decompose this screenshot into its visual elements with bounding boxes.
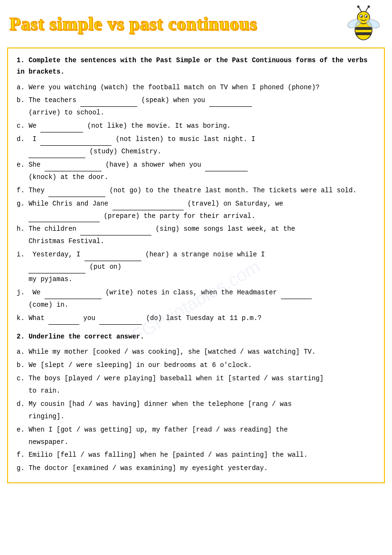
sentence2-c: c. The boys [played / were playing] base… — [17, 373, 375, 397]
blank-i2[interactable] — [28, 266, 85, 273]
sentence-e: e. She (have) a shower when you (knock) … — [17, 159, 375, 184]
blank-i1[interactable] — [84, 254, 141, 261]
blank-h1[interactable] — [80, 228, 151, 235]
title-area: Past simple vs past continuous — [5, 5, 387, 43]
sentence2-d: d. My cousin [had / was having] dinner w… — [17, 398, 375, 423]
main-content-box: 1. Complete the sentences with the Past … — [7, 47, 385, 483]
sentence2-g: g. The doctor [examined / was examining]… — [17, 462, 375, 475]
sentence2-f: f. Emilio [fell / was falling] when he [… — [17, 449, 375, 461]
sentence-i: i. Yesterday, I (hear) a strange noise w… — [17, 249, 375, 286]
sentence-d: d. I (not listen) to music last night. I… — [17, 133, 375, 158]
blank-k2[interactable] — [99, 317, 142, 325]
sentence2-a: a. While my mother [cooked / was cooking… — [17, 346, 375, 358]
svg-point-11 — [368, 6, 370, 8]
sentence-b: b. The teachers (speak) when you (arrive… — [17, 94, 375, 119]
svg-rect-1 — [355, 27, 372, 30]
blank-d1[interactable] — [40, 138, 112, 146]
sentence-k: k. What you (do) last Tuesday at 11 p.m.… — [17, 312, 375, 325]
section2-exercises: a. While my mother [cooked / was cooking… — [17, 346, 375, 475]
blank-c1[interactable] — [40, 125, 83, 132]
svg-point-7 — [366, 16, 367, 18]
svg-rect-2 — [355, 32, 372, 35]
section1-title: 1. Complete the sentences with the Past … — [17, 55, 375, 78]
sentence2-e: e. When I [got / was getting] up, my fat… — [17, 424, 375, 449]
svg-line-8 — [359, 7, 362, 12]
blank-j2[interactable] — [281, 292, 312, 299]
page-title: Past simple vs past continuous — [9, 13, 257, 34]
sentence-j: j. We (write) notes in class, when the H… — [17, 287, 375, 311]
svg-point-6 — [361, 16, 363, 18]
svg-point-9 — [357, 6, 360, 8]
sentence-f: f. They (not go) to the theatre last mon… — [17, 185, 375, 197]
sentence-g: g. While Chris and Jane (travel) on Satu… — [17, 198, 375, 223]
sentence-h: h. The children (sing) some songs last w… — [17, 223, 375, 248]
sentence-a: a. Were you watching (watch) the footbal… — [17, 82, 375, 94]
blank-f1[interactable] — [48, 189, 105, 197]
blank-b2[interactable] — [209, 99, 252, 107]
blank-b1[interactable] — [80, 99, 137, 107]
blank-e1[interactable] — [45, 164, 102, 171]
sentence-c: c. We (not like) the movie. It was borin… — [17, 120, 375, 132]
blank-g1[interactable] — [112, 203, 184, 210]
svg-line-10 — [365, 7, 368, 12]
section1-exercises: a. Were you watching (watch) the footbal… — [17, 82, 375, 325]
sentence2-b: b. We [slept / were sleeping] in our bed… — [17, 359, 375, 372]
blank-e2[interactable] — [205, 164, 248, 171]
blank-d2[interactable] — [28, 151, 85, 158]
blank-g2[interactable] — [28, 215, 100, 222]
blank-j1[interactable] — [45, 292, 102, 299]
bee-icon — [345, 5, 383, 43]
section2-title: 2. Underline the correct answer. — [17, 331, 375, 343]
blank-k1[interactable] — [48, 317, 79, 325]
